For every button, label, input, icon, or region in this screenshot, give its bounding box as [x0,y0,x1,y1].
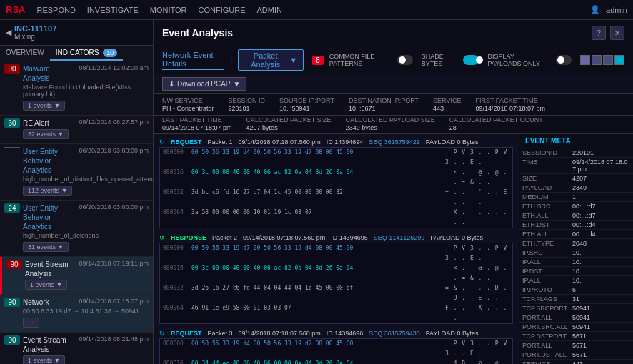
left-header: ◀ INC-111107 Mixing [0,20,153,46]
packet-1-header[interactable]: ↻ REQUEST Packet 1 09/14/2018 07:18:07.5… [159,137,513,147]
meta-row-payload: PAYLOAD2349 [519,183,633,193]
packet-2-name: Packet 2 [212,234,237,241]
event-expand-btn[interactable]: 1 events ▼ [23,355,65,364]
packet-1-time: 09/14/2018 07:18:07.560 pm [239,138,321,146]
list-item[interactable]: 90 Network 09/14/2018 07:18:07 pm 00:50:… [0,295,153,333]
calc-packet-size-label: CALCULATED PACKET SIZE [246,116,332,123]
analysis-mode-dropdown[interactable]: Packet Analysis ▼ [238,49,304,71]
detail-view-icon[interactable] [603,55,613,65]
list-item[interactable]: User Entity Behavior Analytics 06/20/201… [0,144,153,201]
common-file-patterns-label: COMMON FILE PATTERNS [329,53,389,67]
hex-view-icon[interactable] [614,55,624,65]
event-date: 08/12/2014 08:27:5? pm [79,118,149,126]
list-view-icon[interactable] [592,55,602,65]
incident-sub: Mixing [14,33,56,41]
download-pcap-btn[interactable]: ⬇ Download PCAP ▼ [162,77,246,91]
event-expand-btn[interactable]: 1 events ▼ [25,280,67,290]
event-date: 06/20/2018 03:00:00 pm [79,147,149,154]
separator: | [230,56,232,64]
event-date: 09/14/2018 07:19:11 pm [79,260,149,267]
packet-block-3: ↻ REQUEST Packet 3 09/14/2018 07:18:07.5… [159,328,513,364]
tab-overview[interactable]: OVERVIEW [0,46,50,61]
dest-ip-col: DESTINATION IP:PORT 10. :5671 [349,97,419,112]
back-arrow[interactable]: ◀ [6,28,11,37]
packet-3-hex: 00000000 50 56 33 19 d4 00 50 56 33 19 d… [159,338,513,364]
last-packet-label: LAST PACKET TIME [162,116,232,123]
shade-bytes-label: SHADE BYTES [422,53,454,67]
display-payloads-toggle[interactable] [556,55,572,65]
event-desc: high_number_of_deletions [4,231,149,241]
nav-admin[interactable]: ADMIN [257,6,282,14]
main-layout: ◀ INC-111107 Mixing OVERVIEW INDICATORS … [0,20,633,364]
nw-service-col: NW SERVICE PH - Concentrator [162,97,214,112]
question-icon[interactable]: ? [592,26,606,40]
packet-1-id: ID 14394694 [327,138,364,146]
download-row: ⬇ Download PCAP ▼ [154,74,633,94]
meta-row-portall2: PORT.ALL5671 [519,341,633,350]
meta-row-sessionid: SESSIONID220101 [519,148,633,158]
rsa-logo: RSA [6,4,25,15]
packet-3-header[interactable]: ↻ REQUEST Packet 3 09/14/2018 07:18:07.5… [159,328,513,338]
nav-investigate[interactable]: INVESTIGATE [87,6,139,14]
list-item[interactable]: 60 RE Alert 08/12/2014 08:27:5? pm 32 ev… [0,116,153,144]
nav-configure[interactable]: CONFIGURE [199,6,246,14]
dest-ip-label: DESTINATION IP:PORT [349,97,419,104]
event-expand-btn[interactable]: 112 events ▼ [23,186,72,196]
event-expand-btn[interactable]: 32 events ▼ [23,129,69,139]
event-expand-btn[interactable]: 1 events ▼ [23,101,65,111]
event-title: Network [23,298,76,307]
calc-packet-count-col: CALCULATED PACKET COUNT 28 [449,116,543,131]
event-expand-btn[interactable]: → [23,318,39,328]
packet-2-payload: PAYLOAD 0 Bytes [430,234,483,241]
network-event-details-label: Network Event Details [162,51,224,70]
chevron-down-icon-2: ▼ [233,80,240,88]
event-score [4,147,20,148]
meta-row-tcpflags: TCP.FLAGS31 [519,295,633,304]
event-score: 90 [4,298,20,307]
event-title: Malware Analysis [23,64,76,83]
packet-2-header[interactable]: ↺ RESPONSE Packet 2 09/14/2018 07:18:07.… [159,233,513,243]
close-icon[interactable]: ✕ [610,26,624,40]
event-date: 09/14/2018 08:21:48 pm [79,335,149,343]
packet-2-seq: SEQ 1141126299 [374,234,425,241]
packet-1-type: REQUEST [171,138,202,146]
packets-area: ↻ REQUEST Packet 1 09/14/2018 07:18:07.5… [154,134,519,364]
event-date: 08/11/2014 12:02:00 am [79,64,149,71]
tab-indicators[interactable]: INDICATORS 10 [50,46,124,61]
event-expand-btn[interactable]: 31 events ▼ [23,242,69,252]
sub-header: Network Event Details | Packet Analysis … [154,46,633,74]
calc-packet-count-label: CALCULATED PACKET COUNT [449,116,543,123]
request-icon-1: ↻ [159,138,165,146]
event-title: RE Alert [23,118,76,128]
packet-2-type: RESPONSE [171,234,206,241]
list-item[interactable]: 90 Event Stream Analysis 09/14/2018 08:2… [0,333,153,364]
calc-packet-size-col: CALCULATED PACKET SIZE 4207 bytes [246,116,332,131]
download-pcap-label: Download PCAP [177,80,230,88]
grid-view-icon[interactable] [580,55,590,65]
top-nav: RSA RESPOND INVESTIGATE MONITOR CONFIGUR… [0,0,633,20]
nav-right: 👤 admin [590,5,627,14]
list-item[interactable]: 90 Malware Analysis 08/11/2014 12:02:00 … [0,61,153,116]
packet-3-meta: Packet 3 09/14/2018 07:18:07.560 pm ID 1… [208,330,513,337]
source-ip-val: 10. :50941 [279,105,334,112]
meta-row-ipdst: IP.DST10. [519,267,633,276]
event-score: 90 [6,260,22,269]
shade-bytes-toggle[interactable] [463,55,479,65]
details-row-2: LAST PACKET TIME 09/14/2018 07:18:07 pm … [154,116,633,134]
event-title: User Entity Behavior Analytics [23,147,76,175]
list-item[interactable]: 24 User Entity Behavior Analytics 06/20/… [0,201,153,257]
download-icon: ⬇ [169,80,174,88]
nav-respond[interactable]: RESPOND [36,6,75,14]
source-ip-label: SOURCE IP:PORT [279,97,334,104]
packet-2-id: ID 14394695 [331,234,368,241]
meta-row-size: SIZE4207 [519,174,633,183]
event-score: 90 [4,64,20,74]
common-file-patterns-toggle[interactable] [397,55,413,65]
meta-row-ethdst: ETH.DST00:...:d4 [519,221,633,230]
meta-row-ethall1: ETH.ALL00:...:d7 [519,211,633,221]
indicator-badge: 10 [103,49,117,57]
event-score: 90 [4,335,20,345]
meta-title: EVENT META [519,134,633,148]
nav-monitor[interactable]: MONITOR [150,6,187,14]
list-item[interactable]: 90 Event Stream Analysis 09/14/2018 07:1… [0,257,153,295]
